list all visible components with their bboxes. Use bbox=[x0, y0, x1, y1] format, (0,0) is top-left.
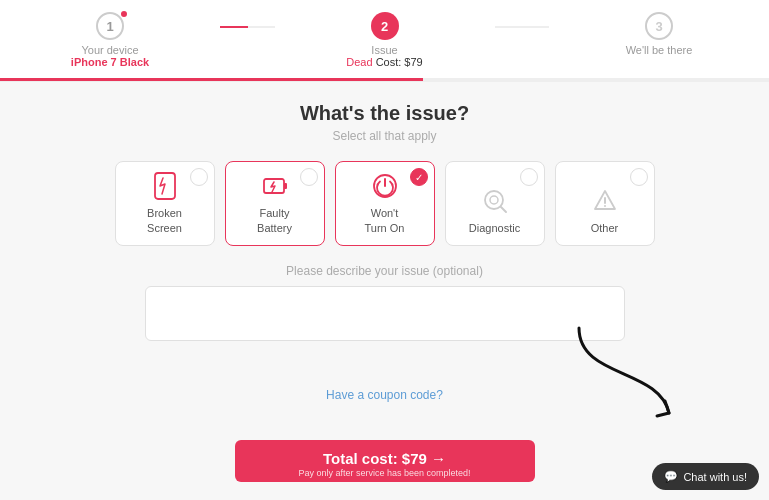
step-3-label: We'll be there bbox=[626, 44, 693, 56]
step-3: 3 We'll be there bbox=[549, 12, 769, 56]
step-1-circle: 1 bbox=[96, 12, 124, 40]
svg-point-6 bbox=[604, 205, 606, 207]
card-check-diagnostic bbox=[520, 168, 538, 186]
power-icon bbox=[369, 170, 401, 202]
connector-1-2 bbox=[220, 26, 275, 28]
connector-2-3 bbox=[495, 26, 550, 28]
coupon-link[interactable]: Have a coupon code? bbox=[326, 388, 443, 402]
other-icon bbox=[589, 185, 621, 217]
card-label-diagnostic: Diagnostic bbox=[469, 221, 520, 235]
chat-button[interactable]: 💬 Chat with us! bbox=[652, 463, 759, 490]
chat-button-label: Chat with us! bbox=[683, 471, 747, 483]
step-3-circle: 3 bbox=[645, 12, 673, 40]
total-cost-label: Total cost: $79 → bbox=[235, 450, 535, 467]
description-textarea[interactable] bbox=[145, 286, 625, 341]
card-label-wont-turn-on: Won'tTurn On bbox=[365, 206, 405, 235]
step-2-circle: 2 bbox=[371, 12, 399, 40]
card-other[interactable]: Other bbox=[555, 161, 655, 246]
step-1: 1 Your device iPhone 7 Black bbox=[0, 12, 220, 68]
step-2-label: Issue Dead Cost: $79 bbox=[346, 44, 422, 68]
total-button-wrapper: Total cost: $79 → Pay only after service… bbox=[235, 440, 535, 482]
page-subtitle: Select all that apply bbox=[0, 129, 769, 143]
total-cost-button[interactable]: Total cost: $79 → Pay only after service… bbox=[235, 440, 535, 482]
card-faulty-battery[interactable]: FaultyBattery bbox=[225, 161, 325, 246]
step-1-badge: 1 bbox=[96, 12, 124, 40]
progress-line bbox=[0, 78, 769, 81]
card-label-broken-screen: BrokenScreen bbox=[147, 206, 182, 235]
svg-point-5 bbox=[490, 196, 498, 204]
card-diagnostic[interactable]: Diagnostic bbox=[445, 161, 545, 246]
card-wont-turn-on[interactable]: ✓ Won'tTurn On bbox=[335, 161, 435, 246]
issue-cards-row: BrokenScreen FaultyBattery ✓ Won'tTurn O… bbox=[0, 161, 769, 246]
card-check-broken-screen bbox=[190, 168, 208, 186]
stepper: 1 Your device iPhone 7 Black 2 Issue Dea… bbox=[0, 12, 769, 68]
coupon-section: Have a coupon code? bbox=[326, 388, 443, 410]
svg-rect-2 bbox=[284, 183, 287, 189]
step-1-label: Your device iPhone 7 Black bbox=[71, 44, 149, 68]
step-2: 2 Issue Dead Cost: $79 bbox=[275, 12, 495, 68]
chat-bubble-icon: 💬 bbox=[664, 470, 678, 483]
battery-icon bbox=[259, 170, 291, 202]
card-label-faulty-battery: FaultyBattery bbox=[257, 206, 292, 235]
broken-screen-icon bbox=[149, 170, 181, 202]
card-check-other bbox=[630, 168, 648, 186]
main-content: What's the issue? Select all that apply … bbox=[0, 82, 769, 341]
stepper-bar: 1 Your device iPhone 7 Black 2 Issue Dea… bbox=[0, 0, 769, 82]
card-check-wont-turn-on: ✓ bbox=[410, 168, 428, 186]
card-broken-screen[interactable]: BrokenScreen bbox=[115, 161, 215, 246]
page-title: What's the issue? bbox=[0, 102, 769, 125]
card-check-faulty-battery bbox=[300, 168, 318, 186]
card-label-other: Other bbox=[591, 221, 619, 235]
description-label: Please describe your issue (optional) bbox=[0, 264, 769, 278]
total-cost-sublabel: Pay only after service has been complete… bbox=[235, 468, 535, 478]
diagnostic-icon bbox=[479, 185, 511, 217]
